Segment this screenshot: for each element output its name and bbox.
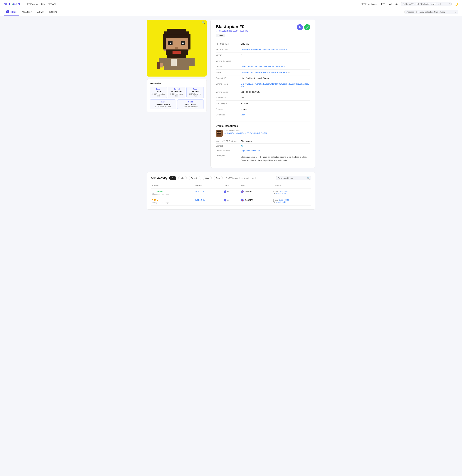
svg-rect-20 [163, 38, 166, 50]
official-resources: Official Resources [216, 121, 310, 163]
minting-date-label: Minting Date: [216, 89, 241, 95]
description-text: Blastopians is a 5k NFT pixel art collec… [241, 155, 310, 162]
site-link[interactable]: Site [41, 3, 45, 5]
method-mint-badge: ✎ Mint [152, 199, 158, 201]
property-behind: Behind Dual Blade 2.18% have this trait [168, 87, 185, 98]
prop-value-hair: Grew Cut Dark [151, 103, 175, 105]
top-search-bar[interactable]: / [401, 2, 452, 6]
link-button[interactable]: 🔗 [304, 24, 310, 30]
main-content: 🔍 [144, 20, 318, 210]
minting-contract-label: Minting Contract: [216, 58, 241, 64]
home-nav-item[interactable]: ⊞ Home [4, 8, 19, 16]
secondary-search-bar[interactable]: / [404, 10, 458, 14]
or-contact-row: Contact: 🐦 [216, 144, 310, 148]
activity-search-icon[interactable]: 🔍 [307, 177, 310, 179]
svg-rect-1 [164, 32, 189, 34]
left-panel: 🔍 [147, 20, 207, 168]
nftid-value: 0 [241, 52, 310, 58]
svg-rect-0 [167, 29, 186, 32]
from-link-0[interactable]: 0xdd...daf1 [279, 190, 288, 193]
logo[interactable]: NETSCAN [4, 2, 20, 6]
analytics-label: Analytics [22, 11, 31, 13]
prop-pct-hair: 1.34% have this trait [151, 106, 175, 108]
standard-label: NFT Standard: [216, 41, 241, 47]
filter-transfer-button[interactable]: Transfer [189, 176, 201, 180]
activity-search[interactable]: 🔍 [276, 176, 311, 180]
metadata-value: View [241, 112, 310, 118]
filter-sale-button[interactable]: Sale [203, 176, 212, 180]
col-transfer: Transfer [272, 183, 311, 188]
value-1: 0 [227, 199, 229, 201]
minting-hash-link[interactable]: 0x179a9137ae75b4d51d56a51f8f4ef24f581ff6… [241, 83, 309, 87]
metadata-link[interactable]: View [241, 114, 245, 116]
value-0: 0 [227, 190, 229, 193]
secondary-search-input[interactable] [406, 11, 454, 13]
activity-label: Activity [37, 11, 44, 13]
value-cell-0: ● 0 [223, 188, 240, 197]
theme-toggle[interactable]: 🌙 [455, 2, 458, 6]
top-search-input[interactable] [403, 3, 448, 5]
format-value: image [241, 106, 310, 112]
creator-row: Creator: 0xddf935ba9b0f4f1ce39aaf5f3453a… [216, 64, 310, 70]
nftfi-link[interactable]: NFTFi [380, 3, 385, 5]
standard-row: NFT Standard: ERC721 [216, 41, 310, 47]
activity-table: Method TxHash Value Gas Transfer → Trans… [151, 183, 311, 206]
nft-api-link[interactable]: NFT API [48, 3, 56, 5]
properties-grid: Base Olive 25.00% have this trait Behind… [150, 87, 204, 98]
gas-cell-1: ⛽ 0.003159 [240, 197, 272, 205]
item-activity-section: Item Activity All Mint Transfer Sale Bur… [147, 172, 315, 210]
filter-mint-button[interactable]: Mint [178, 176, 187, 180]
multichain-link[interactable]: Multichain [388, 3, 398, 5]
coin-icon-1: ● [224, 199, 226, 202]
activity-nav-item[interactable]: Activity [35, 8, 47, 16]
prop-pct-outfit: 1.74% have this trait [178, 106, 203, 108]
property-base: Base Olive 25.00% have this trait [150, 87, 167, 98]
ranking-nav-item[interactable]: Ranking [47, 8, 60, 16]
gas-cell-0: ⛽ 0.000171 [240, 188, 272, 197]
nft-explorer-link[interactable]: NFT Explorer [26, 3, 38, 5]
minting-contract-row: Minting Contract: - [216, 58, 310, 64]
to-link-0[interactable]: 0xda...e70f [276, 193, 286, 195]
transfer-to-1: To: 0xdd...daf1 [273, 201, 310, 203]
zoom-icon[interactable]: 🔍 [202, 21, 205, 24]
or-name-label: Name of NFT Contract: [216, 139, 241, 144]
content-url-value: https://api.blastopians.io/0.png [241, 76, 310, 81]
analytics-nav-item[interactable]: Analytics ▾ [19, 8, 35, 16]
to-link-1[interactable]: 0xdd...daf1 [276, 201, 286, 203]
or-description-label: Description: [216, 153, 241, 163]
creator-link[interactable]: 0xddf935ba9b0f4f1ce39aaf5f3453a67dbc10da… [241, 66, 285, 68]
contract-address-link[interactable]: 0xda0005f01654bd92ebec85cf82ed1a4e2b3ce7… [224, 132, 267, 134]
from-link-1[interactable]: 0x00...0000 [279, 199, 289, 201]
method-transfer-badge: → Transfer [152, 190, 163, 193]
txhash-link-1[interactable]: 0x17...7e64 [195, 199, 206, 201]
nft-scan-id-text: NFTScan ID: NS997252C9F6BE17D1 [216, 30, 248, 32]
contract-row: NFT Contract: 0xda0005f01654bd92ebec85cf… [216, 47, 310, 52]
holder-link[interactable]: 0xda0005f01654bd92ebec85cf82ed1a4e2b3ce7… [241, 71, 287, 74]
website-link[interactable]: https://blastopians.io/ [241, 149, 260, 152]
svg-rect-29 [217, 134, 221, 136]
filter-all-button[interactable]: All [169, 176, 176, 180]
txhash-link-0[interactable]: 0xa3...ae83 [195, 190, 206, 193]
contract-link[interactable]: 0xda0005f01654bd92ebec85cf82ed1a4e2b3ce7… [241, 48, 287, 51]
copy-holder-icon[interactable]: ⧉ [288, 71, 290, 74]
blockchain-row: Blockchain: Blast [216, 95, 310, 101]
activity-search-input[interactable] [278, 177, 306, 179]
col-method: Method [151, 183, 193, 188]
nft-marketplace-link[interactable]: NFT Marketplace [361, 3, 377, 5]
prop-pct-behind: 2.18% have this trait [169, 93, 184, 97]
or-name-value: Blastopians [241, 139, 310, 144]
activity-count: 2 NFT transactions found in total [226, 177, 256, 179]
method-time-0: 13 days 11 Hours ago [152, 193, 192, 195]
mint-label: Mint [154, 199, 158, 201]
properties-grid-2: Hair Grew Cut Dark 1.34% have this trait… [150, 100, 204, 109]
svg-rect-28 [217, 133, 221, 134]
twitter-icon[interactable]: 🐦 [241, 145, 243, 147]
minting-date-value: 2024-03-01 19:44:43 [241, 89, 310, 95]
properties-title: Properties [150, 82, 204, 85]
or-website-row: Official Website: https://blastopians.io… [216, 148, 310, 153]
filter-burn-button[interactable]: Burn [214, 176, 223, 180]
refresh-button[interactable]: ↻ [297, 24, 303, 30]
block-height-row: Block Height: 241834 [216, 101, 310, 106]
svg-rect-24 [217, 131, 221, 132]
prop-value-behind: Dual Blade [169, 90, 184, 93]
